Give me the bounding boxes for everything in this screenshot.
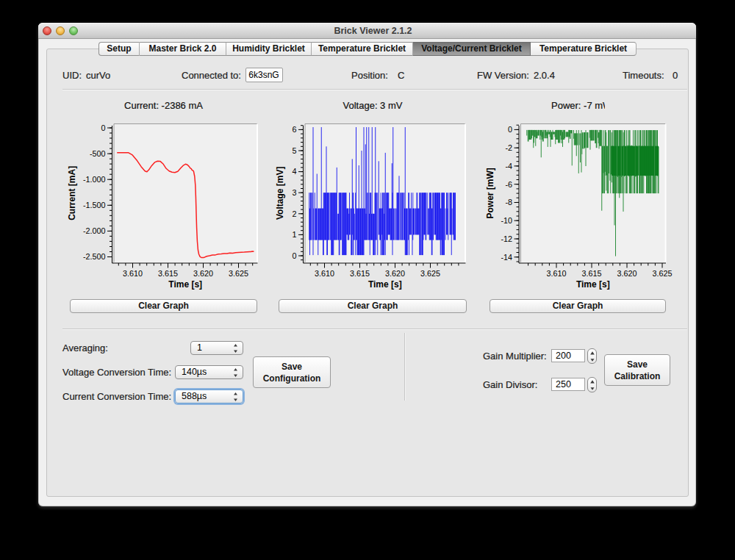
svg-text:0: 0 [292,251,296,260]
svg-text:Voltage [mV]: Voltage [mV] [275,167,285,220]
svg-text:-2.500: -2.500 [83,252,106,261]
svg-text:1: 1 [292,230,296,239]
svg-text:3.625: 3.625 [229,269,248,278]
svg-text:-14: -14 [501,253,512,262]
svg-text:Time [s]: Time [s] [368,279,402,290]
svg-text:3.620: 3.620 [617,269,637,278]
svg-text:-2.000: -2.000 [83,226,106,235]
svg-text:3.625: 3.625 [420,269,440,278]
svg-text:3.610: 3.610 [546,269,566,278]
svg-text:3.620: 3.620 [385,269,405,278]
svg-text:0: 0 [508,125,512,134]
svg-text:3.610: 3.610 [315,269,334,278]
svg-text:Power [mW]: Power [mW] [485,168,495,218]
svg-text:3.620: 3.620 [193,269,213,278]
svg-text:0: 0 [101,123,105,132]
svg-text:3.625: 3.625 [652,269,672,278]
svg-text:Time [s]: Time [s] [168,279,202,290]
svg-text:-10: -10 [501,216,512,225]
svg-text:3.610: 3.610 [123,269,143,278]
svg-text:3.615: 3.615 [158,269,178,278]
svg-text:3.615: 3.615 [581,269,601,278]
svg-text:5: 5 [292,146,296,155]
svg-text:-1.500: -1.500 [83,201,106,209]
svg-text:-500: -500 [90,149,106,158]
svg-text:3: 3 [292,188,296,197]
svg-text:6: 6 [292,125,296,134]
svg-text:-6: -6 [505,180,512,189]
svg-text:-2: -2 [505,143,512,152]
svg-text:-12: -12 [501,234,512,243]
svg-text:Current [mA]: Current [mA] [67,166,77,220]
svg-text:4: 4 [292,167,296,176]
svg-text:3.615: 3.615 [350,269,370,278]
svg-text:Time [s]: Time [s] [576,279,610,290]
svg-text:-1.000: -1.000 [83,175,106,184]
svg-text:-4: -4 [505,162,512,170]
svg-text:2: 2 [292,209,296,218]
svg-text:-8: -8 [505,198,512,207]
